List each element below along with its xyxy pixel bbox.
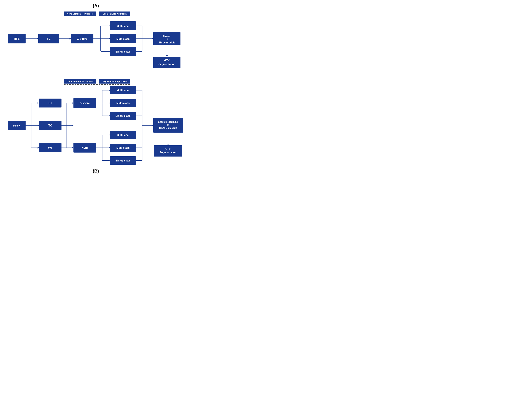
arrowhead-zscore-b bbox=[72, 124, 74, 126]
arrowhead-gtv-b bbox=[167, 144, 169, 145]
ensemble-text2-b: of bbox=[167, 124, 169, 126]
multilabel-text-a: Multi-label bbox=[117, 25, 129, 28]
union-text3-a: Three models bbox=[159, 41, 175, 44]
binaryclass1-text-b: Binary class bbox=[115, 114, 131, 117]
multiclass1-text-b: Multi-class bbox=[116, 102, 130, 105]
zscore-text-a: Z-score bbox=[77, 37, 87, 40]
ensemble-text3-b: Top three models bbox=[159, 127, 177, 129]
seg-label-text-b: Segmentation Approach bbox=[103, 80, 127, 83]
binaryclass-text-a: Binary class bbox=[115, 50, 131, 53]
arrowhead-mc2-b bbox=[109, 147, 110, 149]
arrowhead-et-b bbox=[38, 102, 39, 104]
section-a-svg: Normalization Techniques Segmentation Ap… bbox=[3, 10, 189, 71]
gtv-text2-a: Segmentation bbox=[158, 63, 175, 66]
wt-text-b: WT bbox=[48, 146, 53, 150]
diagram-container: (A) Normalization Techniques Segmentatio… bbox=[3, 3, 189, 176]
gtv-text2-b: Segmentation bbox=[160, 151, 177, 154]
section-b-label: (B) bbox=[93, 169, 99, 173]
arrowhead-ensemble-b bbox=[152, 124, 153, 126]
binaryclass2-text-b: Binary class bbox=[115, 159, 131, 162]
section-a-label: (A) bbox=[3, 3, 189, 8]
arrowhead-bc1-b bbox=[109, 115, 110, 117]
arrowhead-zscore2-b bbox=[72, 102, 74, 104]
nyul-text-b: Nyul bbox=[81, 146, 88, 150]
section-b: Normalization Techniques Segmentation Ap… bbox=[3, 77, 189, 176]
gtv-box-a bbox=[153, 57, 180, 68]
multilabel2-text-b: Multi-label bbox=[117, 134, 129, 136]
arrowhead-ml1-b bbox=[109, 89, 110, 91]
arrowhead-bc2-b bbox=[109, 160, 110, 161]
arrowhead-multilabel-a bbox=[109, 25, 110, 27]
arrowhead-wt-b bbox=[38, 147, 39, 149]
seg-label-text-a: Segmentation Approach bbox=[103, 13, 127, 15]
tc-text-b: TC bbox=[48, 124, 52, 127]
section-b-svg: Normalization Techniques Segmentation Ap… bbox=[3, 77, 189, 176]
union-text1-a: Union bbox=[163, 35, 171, 38]
arrowhead-tc-zscore-a bbox=[69, 38, 71, 39]
zscore-text-b: Z-score bbox=[79, 102, 90, 105]
section-a: (A) Normalization Techniques Segmentatio… bbox=[3, 3, 189, 71]
ensemble-text1-b: Ensemble learning bbox=[158, 121, 178, 123]
norm-label-text-a: Normalization Techniques bbox=[67, 13, 93, 15]
rfsplus-text-b: RFS+ bbox=[13, 124, 20, 127]
arrowhead-rfs-tc-a bbox=[37, 38, 38, 39]
gtv-box-b bbox=[154, 145, 182, 157]
arrowhead-gtv-a bbox=[166, 56, 168, 57]
multilabel1-text-b: Multi-label bbox=[117, 89, 129, 92]
arrowhead-mc1-b bbox=[109, 102, 110, 104]
gtv-text1-b: GTV bbox=[165, 148, 171, 150]
arrowhead-nyul-b bbox=[72, 147, 74, 149]
gtv-text1-a: GTV bbox=[164, 59, 170, 62]
arrowhead-union-a bbox=[152, 38, 153, 39]
arrowhead-multiclass-a bbox=[109, 38, 110, 39]
union-text2-a: of bbox=[166, 38, 168, 41]
arrowhead-tc-b bbox=[38, 124, 39, 126]
norm-label-text-b: Normalization Techniques bbox=[67, 80, 93, 83]
arrowhead-ml2-b bbox=[109, 134, 110, 136]
arrowhead-binaryclass-a bbox=[109, 51, 110, 52]
rfs-text-a: RFS bbox=[14, 37, 20, 40]
tc-text-a: TC bbox=[47, 37, 51, 40]
multiclass2-text-b: Multi-class bbox=[116, 146, 130, 149]
dashed-separator bbox=[3, 74, 189, 74]
multiclass-text-a: Multi-class bbox=[116, 38, 130, 40]
et-text-b: ET bbox=[48, 102, 52, 105]
